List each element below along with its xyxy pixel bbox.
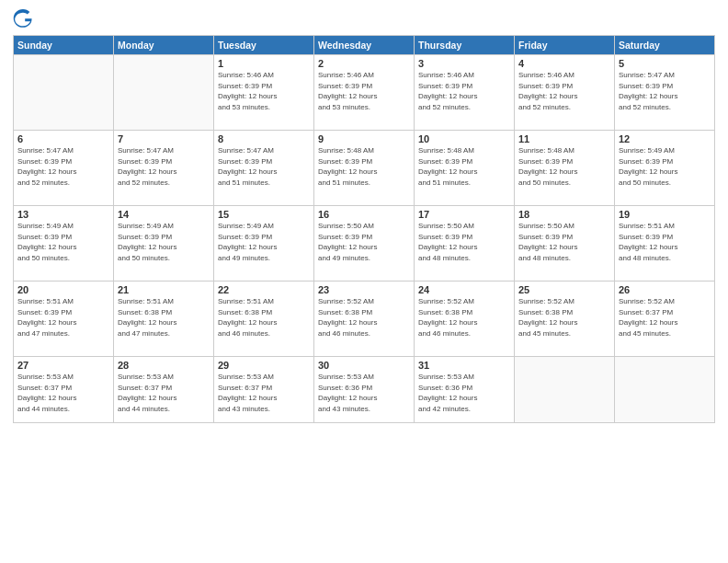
day-info: Sunrise: 5:46 AM Sunset: 6:39 PM Dayligh… xyxy=(218,70,310,112)
day-number: 22 xyxy=(218,284,310,295)
day-number: 17 xyxy=(418,209,510,220)
calendar-cell: 10Sunrise: 5:48 AM Sunset: 6:39 PM Dayli… xyxy=(415,131,515,206)
calendar-cell: 27Sunrise: 5:53 AM Sunset: 6:37 PM Dayli… xyxy=(14,357,114,423)
day-info: Sunrise: 5:52 AM Sunset: 6:38 PM Dayligh… xyxy=(418,296,510,339)
weekday-header-row: SundayMondayTuesdayWednesdayThursdayFrid… xyxy=(14,36,715,55)
day-info: Sunrise: 5:52 AM Sunset: 6:37 PM Dayligh… xyxy=(619,296,711,339)
day-number: 23 xyxy=(318,284,410,295)
day-info: Sunrise: 5:49 AM Sunset: 6:39 PM Dayligh… xyxy=(218,221,310,263)
week-row-1: 1Sunrise: 5:46 AM Sunset: 6:39 PM Daylig… xyxy=(14,55,715,131)
day-info: Sunrise: 5:51 AM Sunset: 6:39 PM Dayligh… xyxy=(619,221,711,263)
calendar-cell: 13Sunrise: 5:49 AM Sunset: 6:39 PM Dayli… xyxy=(14,206,114,282)
day-info: Sunrise: 5:50 AM Sunset: 6:39 PM Dayligh… xyxy=(418,221,510,263)
day-info: Sunrise: 5:53 AM Sunset: 6:36 PM Dayligh… xyxy=(418,372,510,414)
calendar-cell: 17Sunrise: 5:50 AM Sunset: 6:39 PM Dayli… xyxy=(415,206,515,282)
day-number: 6 xyxy=(17,133,109,144)
day-number: 29 xyxy=(218,360,310,371)
day-info: Sunrise: 5:46 AM Sunset: 6:39 PM Dayligh… xyxy=(418,70,510,112)
day-number: 18 xyxy=(518,209,610,220)
calendar-cell: 31Sunrise: 5:53 AM Sunset: 6:36 PM Dayli… xyxy=(415,357,515,423)
day-number: 2 xyxy=(318,58,410,69)
calendar-cell: 9Sunrise: 5:48 AM Sunset: 6:39 PM Daylig… xyxy=(314,131,415,206)
weekday-header-thursday: Thursday xyxy=(415,36,515,55)
weekday-header-monday: Monday xyxy=(114,36,214,55)
day-number: 30 xyxy=(318,360,410,371)
day-number: 13 xyxy=(17,209,109,220)
day-info: Sunrise: 5:53 AM Sunset: 6:37 PM Dayligh… xyxy=(17,372,109,414)
calendar-cell: 2Sunrise: 5:46 AM Sunset: 6:39 PM Daylig… xyxy=(314,55,415,131)
calendar-cell: 29Sunrise: 5:53 AM Sunset: 6:37 PM Dayli… xyxy=(214,357,314,423)
calendar-cell: 25Sunrise: 5:52 AM Sunset: 6:38 PM Dayli… xyxy=(515,282,615,357)
calendar-cell: 28Sunrise: 5:53 AM Sunset: 6:37 PM Dayli… xyxy=(114,357,214,423)
calendar-cell: 6Sunrise: 5:47 AM Sunset: 6:39 PM Daylig… xyxy=(14,131,114,206)
calendar-cell: 21Sunrise: 5:51 AM Sunset: 6:38 PM Dayli… xyxy=(114,282,214,357)
day-info: Sunrise: 5:49 AM Sunset: 6:39 PM Dayligh… xyxy=(619,145,711,188)
calendar-cell xyxy=(114,55,214,131)
day-number: 21 xyxy=(118,284,210,295)
day-info: Sunrise: 5:50 AM Sunset: 6:39 PM Dayligh… xyxy=(318,221,410,263)
calendar-cell xyxy=(615,357,715,423)
day-number: 11 xyxy=(518,133,610,144)
day-info: Sunrise: 5:48 AM Sunset: 6:39 PM Dayligh… xyxy=(418,145,510,188)
logo-icon xyxy=(13,9,33,29)
header xyxy=(13,9,715,29)
calendar-cell: 24Sunrise: 5:52 AM Sunset: 6:38 PM Dayli… xyxy=(415,282,515,357)
page: SundayMondayTuesdayWednesdayThursdayFrid… xyxy=(0,0,728,563)
calendar-cell: 26Sunrise: 5:52 AM Sunset: 6:37 PM Dayli… xyxy=(615,282,715,357)
weekday-header-sunday: Sunday xyxy=(14,36,114,55)
day-info: Sunrise: 5:51 AM Sunset: 6:38 PM Dayligh… xyxy=(218,296,310,339)
day-info: Sunrise: 5:51 AM Sunset: 6:38 PM Dayligh… xyxy=(118,296,210,339)
calendar-cell: 5Sunrise: 5:47 AM Sunset: 6:39 PM Daylig… xyxy=(615,55,715,131)
day-info: Sunrise: 5:52 AM Sunset: 6:38 PM Dayligh… xyxy=(318,296,410,339)
day-number: 24 xyxy=(418,284,510,295)
day-number: 3 xyxy=(418,58,510,69)
day-number: 15 xyxy=(218,209,310,220)
day-number: 7 xyxy=(118,133,210,144)
day-number: 16 xyxy=(318,209,410,220)
calendar-cell: 16Sunrise: 5:50 AM Sunset: 6:39 PM Dayli… xyxy=(314,206,415,282)
day-number: 27 xyxy=(17,360,109,371)
day-info: Sunrise: 5:46 AM Sunset: 6:39 PM Dayligh… xyxy=(518,70,610,112)
day-number: 20 xyxy=(17,284,109,295)
day-number: 26 xyxy=(619,284,711,295)
day-info: Sunrise: 5:49 AM Sunset: 6:39 PM Dayligh… xyxy=(17,221,109,263)
calendar-cell: 4Sunrise: 5:46 AM Sunset: 6:39 PM Daylig… xyxy=(515,55,615,131)
day-info: Sunrise: 5:47 AM Sunset: 6:39 PM Dayligh… xyxy=(17,145,109,188)
day-number: 1 xyxy=(218,58,310,69)
weekday-header-friday: Friday xyxy=(515,36,615,55)
day-info: Sunrise: 5:48 AM Sunset: 6:39 PM Dayligh… xyxy=(518,145,610,188)
day-info: Sunrise: 5:47 AM Sunset: 6:39 PM Dayligh… xyxy=(118,145,210,188)
calendar: SundayMondayTuesdayWednesdayThursdayFrid… xyxy=(13,35,715,423)
weekday-header-saturday: Saturday xyxy=(615,36,715,55)
logo xyxy=(13,9,37,29)
calendar-cell: 8Sunrise: 5:47 AM Sunset: 6:39 PM Daylig… xyxy=(214,131,314,206)
day-number: 25 xyxy=(518,284,610,295)
calendar-cell: 14Sunrise: 5:49 AM Sunset: 6:39 PM Dayli… xyxy=(114,206,214,282)
day-info: Sunrise: 5:47 AM Sunset: 6:39 PM Dayligh… xyxy=(218,145,310,188)
day-number: 10 xyxy=(418,133,510,144)
day-number: 19 xyxy=(619,209,711,220)
week-row-4: 20Sunrise: 5:51 AM Sunset: 6:39 PM Dayli… xyxy=(14,282,715,357)
calendar-cell: 7Sunrise: 5:47 AM Sunset: 6:39 PM Daylig… xyxy=(114,131,214,206)
calendar-cell: 11Sunrise: 5:48 AM Sunset: 6:39 PM Dayli… xyxy=(515,131,615,206)
day-info: Sunrise: 5:49 AM Sunset: 6:39 PM Dayligh… xyxy=(118,221,210,263)
calendar-cell: 22Sunrise: 5:51 AM Sunset: 6:38 PM Dayli… xyxy=(214,282,314,357)
calendar-cell: 1Sunrise: 5:46 AM Sunset: 6:39 PM Daylig… xyxy=(214,55,314,131)
week-row-2: 6Sunrise: 5:47 AM Sunset: 6:39 PM Daylig… xyxy=(14,131,715,206)
day-info: Sunrise: 5:48 AM Sunset: 6:39 PM Dayligh… xyxy=(318,145,410,188)
calendar-cell xyxy=(14,55,114,131)
calendar-cell: 18Sunrise: 5:50 AM Sunset: 6:39 PM Dayli… xyxy=(515,206,615,282)
day-number: 14 xyxy=(118,209,210,220)
calendar-cell: 3Sunrise: 5:46 AM Sunset: 6:39 PM Daylig… xyxy=(415,55,515,131)
weekday-header-tuesday: Tuesday xyxy=(214,36,314,55)
day-number: 4 xyxy=(518,58,610,69)
day-info: Sunrise: 5:46 AM Sunset: 6:39 PM Dayligh… xyxy=(318,70,410,112)
calendar-cell xyxy=(515,357,615,423)
day-info: Sunrise: 5:52 AM Sunset: 6:38 PM Dayligh… xyxy=(518,296,610,339)
day-number: 9 xyxy=(318,133,410,144)
week-row-5: 27Sunrise: 5:53 AM Sunset: 6:37 PM Dayli… xyxy=(14,357,715,423)
calendar-cell: 20Sunrise: 5:51 AM Sunset: 6:39 PM Dayli… xyxy=(14,282,114,357)
calendar-cell: 15Sunrise: 5:49 AM Sunset: 6:39 PM Dayli… xyxy=(214,206,314,282)
day-number: 31 xyxy=(418,360,510,371)
day-info: Sunrise: 5:53 AM Sunset: 6:37 PM Dayligh… xyxy=(118,372,210,414)
